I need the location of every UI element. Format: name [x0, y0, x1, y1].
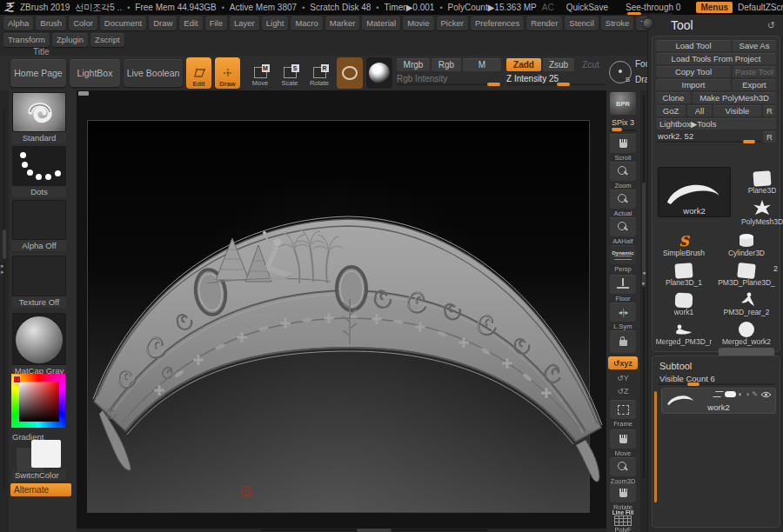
- tool-item[interactable]: work1: [656, 289, 712, 316]
- current-brush-button[interactable]: [337, 57, 363, 89]
- move-mode-button[interactable]: M Move: [246, 57, 274, 89]
- paste-tool-button[interactable]: Paste Tool: [733, 66, 776, 77]
- color-picker[interactable]: Gradient: [10, 374, 68, 442]
- bottom-divider-thumb[interactable]: [357, 529, 392, 532]
- tool-item[interactable]: Plane3D_1: [656, 259, 712, 287]
- menu-transform[interactable]: Transform: [3, 33, 50, 47]
- left-divider-chevrons[interactable]: ▸▸: [1, 263, 4, 275]
- menu-layer[interactable]: Layer: [230, 17, 259, 30]
- goz-visible-button[interactable]: Visible: [713, 105, 761, 116]
- scroll-button[interactable]: Scroll: [609, 134, 637, 162]
- z-intensity-slider[interactable]: Z Intensity 25: [506, 73, 606, 85]
- mrgb-button[interactable]: Mrgb: [397, 58, 430, 71]
- tool-item[interactable]: S SimpleBrush: [656, 229, 712, 257]
- zoom-button[interactable]: Zoom: [609, 162, 637, 190]
- menu-light[interactable]: Light: [262, 17, 289, 30]
- active-tool-thumbnail[interactable]: work2: [658, 167, 731, 217]
- lightbox-tools-button[interactable]: Lightbox▶Tools: [656, 118, 776, 130]
- menu-zplugin[interactable]: Zplugin: [52, 33, 88, 47]
- m-button[interactable]: M: [463, 58, 501, 71]
- persp-button[interactable]: Dynamic Persp: [609, 245, 637, 273]
- menu-movie[interactable]: Movie: [403, 17, 433, 30]
- canvas-viewport[interactable]: [77, 90, 606, 529]
- menu-alpha[interactable]: Alpha: [3, 17, 33, 30]
- home-page-button[interactable]: Home Page: [10, 59, 66, 87]
- default-zscript-button[interactable]: DefaultZScript: [738, 3, 783, 12]
- rgb-button[interactable]: Rgb: [432, 58, 461, 71]
- lsym-button[interactable]: ◂┼▸ L.Sym: [609, 303, 637, 330]
- goz-all-button[interactable]: All: [687, 105, 712, 116]
- menu-edit[interactable]: Edit: [179, 17, 202, 30]
- menus-button[interactable]: Menus: [696, 2, 733, 13]
- menu-material[interactable]: Material: [362, 17, 400, 30]
- tool-item[interactable]: PolyMesh3D: [734, 198, 783, 226]
- menu-stroke[interactable]: Stroke: [601, 17, 633, 30]
- alpha-selector[interactable]: Alpha Off: [12, 200, 66, 251]
- rotate3d-button[interactable]: Rotate: [609, 483, 637, 511]
- tool-item[interactable]: Merged_work2: [719, 318, 774, 346]
- current-material-button[interactable]: [366, 57, 392, 89]
- palette-knob-icon[interactable]: [642, 17, 654, 30]
- visibility-toggle[interactable]: [725, 391, 736, 397]
- zoom3d-button[interactable]: Zoom3D: [609, 457, 637, 485]
- tool-item[interactable]: PM3D_rear_2: [719, 289, 774, 316]
- texture-selector[interactable]: Texture Off: [12, 256, 66, 308]
- transp-button[interactable]: [609, 330, 637, 354]
- z-intensity-thumb[interactable]: [557, 83, 570, 86]
- stroke-selector[interactable]: Dots: [12, 146, 66, 197]
- lightbox-button[interactable]: LightBox: [70, 59, 120, 87]
- primary-color-swatch[interactable]: [31, 440, 61, 468]
- menu-color[interactable]: Color: [69, 17, 97, 30]
- tool-item[interactable]: PM3D_Plane3D_: [719, 259, 774, 287]
- focal-shift-label[interactable]: Foc: [635, 59, 647, 69]
- zsub-button[interactable]: Zsub: [543, 58, 574, 71]
- rgb-intensity-slider[interactable]: Rgb Intensity: [397, 73, 503, 85]
- zadd-button[interactable]: Zadd: [506, 58, 541, 71]
- frame-button[interactable]: Frame: [609, 400, 637, 428]
- draw-size-label[interactable]: Dra: [635, 75, 647, 84]
- divider-chevron-right[interactable]: ▸: [640, 280, 647, 286]
- goz-r-button[interactable]: R: [763, 105, 776, 116]
- aahalf-button[interactable]: AAHalf: [609, 217, 637, 245]
- pen-icon[interactable]: ✎: [752, 390, 758, 398]
- bpr-button[interactable]: BPR: [609, 92, 637, 116]
- menu-stencil[interactable]: Stencil: [565, 17, 599, 30]
- import-button[interactable]: Import: [656, 79, 731, 90]
- load-tools-from-project-button[interactable]: Load Tools From Project: [656, 53, 776, 64]
- menu-zscript[interactable]: Zscript: [90, 33, 124, 47]
- history-icon[interactable]: ↺: [767, 20, 775, 31]
- tool-slider[interactable]: work2. 52: [656, 131, 761, 143]
- visible-count-slider[interactable]: Visible Count 6: [658, 374, 774, 385]
- tool-slider-thumb[interactable]: [743, 140, 755, 143]
- gradient-inner-square[interactable]: [19, 382, 59, 422]
- tool-item[interactable]: Cylinder3D: [719, 229, 774, 257]
- alternate-button[interactable]: Alternate: [10, 483, 71, 496]
- make-polymesh3d-button[interactable]: Make PolyMesh3D: [693, 92, 776, 103]
- flatten-icon[interactable]: [713, 391, 723, 397]
- right-tray-divider[interactable]: ◂ ▸: [640, 90, 647, 532]
- eye-icon[interactable]: [760, 391, 772, 398]
- menu-render[interactable]: Render: [526, 17, 562, 30]
- rotate-xyz-button[interactable]: ↺ xyz: [608, 356, 638, 369]
- material-selector[interactable]: MatCap Gray: [12, 313, 66, 376]
- record-icon[interactable]: S: [609, 61, 632, 83]
- gradient-picker-icon[interactable]: [11, 374, 65, 428]
- move3d-button[interactable]: Move: [609, 429, 637, 457]
- menu-macro[interactable]: Macro: [291, 17, 322, 30]
- rotate-mode-button[interactable]: R Rotate: [305, 57, 333, 89]
- menu-draw[interactable]: Draw: [149, 17, 177, 30]
- load-tool-button[interactable]: Load Tool: [656, 40, 731, 51]
- menu-brush[interactable]: Brush: [36, 17, 66, 30]
- polyframe-button[interactable]: Line Fill PolyF: [609, 509, 637, 532]
- export-button[interactable]: Export: [733, 79, 776, 90]
- scale-mode-button[interactable]: S Scale: [276, 57, 304, 89]
- contrast-circle-icon[interactable]: ◑: [745, 390, 749, 398]
- menu-file[interactable]: File: [205, 17, 227, 30]
- switch-color-widget[interactable]: SwitchColor: [12, 438, 66, 480]
- zcut-button[interactable]: Zcut: [576, 58, 606, 71]
- spix-thumb[interactable]: [612, 128, 622, 131]
- rotate-y-button[interactable]: ↺Y: [613, 374, 632, 382]
- sculpt-model[interactable]: [77, 90, 606, 529]
- bottom-tray-divider[interactable]: [77, 529, 606, 532]
- tool-item[interactable]: Merged_PM3D_r: [656, 318, 712, 346]
